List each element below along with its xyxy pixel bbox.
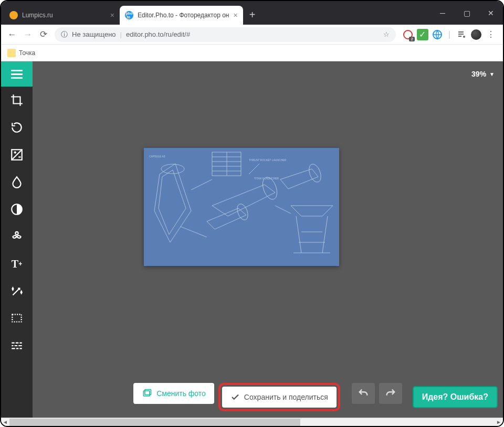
address-bar: ← → ⟳ ⓘ Не защищено | editor.pho.to/ru/e… <box>1 25 503 45</box>
svg-point-2 <box>463 36 465 38</box>
blur-tool[interactable] <box>1 168 33 196</box>
menu-button[interactable]: ⋮ <box>485 29 497 40</box>
exposure-tool[interactable] <box>1 141 33 168</box>
highlight-annotation: Сохранить и поделиться <box>218 383 340 411</box>
star-icon[interactable]: ☆ <box>383 30 390 38</box>
canvas-image[interactable]: CAPSULE A3 THRUST ROCKET LAUNCHER TITAN … <box>144 148 339 266</box>
forward-button[interactable]: → <box>20 27 36 42</box>
text-tool[interactable]: T+ <box>1 250 33 277</box>
horizontal-scrollbar[interactable]: ◄ ► <box>1 418 503 426</box>
tab-label: Lumpics.ru <box>22 12 53 19</box>
separator: | <box>448 30 450 39</box>
url-text: editor.pho.to/ru/edit/# <box>126 30 190 38</box>
blueprint-content: CAPSULE A3 THRUST ROCKET LAUNCHER TITAN … <box>144 148 339 266</box>
new-tab-button[interactable]: + <box>243 6 262 25</box>
photos-icon <box>142 388 152 399</box>
chevron-down-icon: ▼ <box>489 71 495 77</box>
reload-button[interactable]: ⟳ <box>36 27 51 42</box>
change-photo-button[interactable]: Сменить фото <box>133 383 214 404</box>
button-label: Сменить фото <box>156 389 206 398</box>
redo-button[interactable] <box>379 383 402 404</box>
favicon-editor: pho.to <box>125 11 133 19</box>
extension-badge: 2 <box>409 37 414 41</box>
contrast-tool[interactable] <box>1 196 33 223</box>
info-icon: ⓘ <box>61 30 68 39</box>
scroll-right-icon[interactable]: ► <box>495 418 503 426</box>
close-icon[interactable]: × <box>110 11 114 19</box>
bookmarks-bar: Точка <box>1 45 503 61</box>
undo-button[interactable] <box>352 383 375 404</box>
mustache-tool[interactable] <box>1 223 33 250</box>
extension-opera[interactable]: 2 <box>402 29 414 40</box>
extension-check[interactable]: ✓ <box>417 29 428 40</box>
svg-text:TITAN II LAUNCHER: TITAN II LAUNCHER <box>254 177 279 180</box>
maximize-button[interactable]: ▢ <box>455 1 479 25</box>
undo-icon <box>358 388 369 399</box>
extension-globe[interactable] <box>432 29 443 40</box>
scroll-thumb[interactable] <box>9 419 300 426</box>
canvas-area[interactable]: CAPSULE A3 THRUST ROCKET LAUNCHER TITAN … <box>33 87 503 418</box>
svg-text:CAPSULE A3: CAPSULE A3 <box>149 155 165 158</box>
reading-list-icon[interactable] <box>456 29 467 40</box>
tab-lumpics[interactable]: Lumpics.ru × <box>4 6 120 25</box>
tab-label: Editor.Pho.to - Фоторедактор он <box>138 12 229 19</box>
check-icon <box>230 392 240 402</box>
minimize-button[interactable]: ─ <box>430 1 455 25</box>
save-share-button[interactable]: Сохранить и поделиться <box>222 387 337 408</box>
feedback-label: Идея? Ошибка? <box>422 392 488 401</box>
svg-rect-6 <box>12 314 21 322</box>
crop-tool[interactable] <box>1 87 33 114</box>
separator: | <box>120 30 122 38</box>
close-window-button[interactable]: ✕ <box>479 1 503 25</box>
security-status: Не защищено <box>72 30 116 38</box>
scroll-left-icon[interactable]: ◄ <box>1 418 9 426</box>
rotate-tool[interactable] <box>1 114 33 141</box>
profile-avatar[interactable] <box>470 29 482 40</box>
frame-tool[interactable] <box>1 305 33 332</box>
feedback-button[interactable]: Идея? Ошибка? <box>413 386 498 408</box>
texture-tool[interactable] <box>1 332 33 359</box>
zoom-value: 39% <box>471 70 486 78</box>
window-titlebar: Lumpics.ru × pho.to Editor.Pho.to - Фото… <box>1 1 503 25</box>
svg-point-5 <box>15 232 18 234</box>
redo-icon <box>385 388 396 399</box>
bookmark-item[interactable]: Точка <box>19 49 35 57</box>
hamburger-menu[interactable] <box>1 61 33 87</box>
back-button[interactable]: ← <box>4 27 20 42</box>
wand-tool[interactable] <box>1 277 33 305</box>
zoom-control[interactable]: 39% ▼ <box>471 61 503 87</box>
editor-app: 39% ▼ T+ <box>1 61 503 418</box>
url-input[interactable]: ⓘ Не защищено | editor.pho.to/ru/edit/# … <box>55 27 396 42</box>
svg-text:THRUST ROCKET LAUNCHER: THRUST ROCKET LAUNCHER <box>249 158 287 162</box>
tab-editor-photo[interactable]: pho.to Editor.Pho.to - Фоторедактор он × <box>120 6 243 25</box>
button-label: Сохранить и поделиться <box>244 393 328 401</box>
close-icon[interactable]: × <box>233 11 237 19</box>
favicon-lumpics <box>9 11 18 19</box>
bookmark-favicon <box>7 49 16 57</box>
tool-sidebar: T+ <box>1 87 33 418</box>
